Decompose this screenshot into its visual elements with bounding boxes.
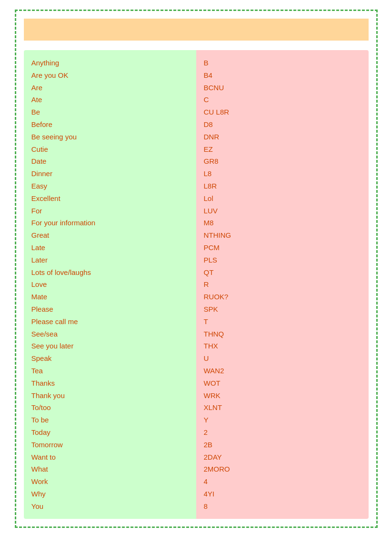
list-item: T [204,316,361,328]
list-item: 4YI [204,488,361,500]
list-item: Date [32,155,189,168]
list-item: Want to [32,451,189,463]
list-item: Lots of love/laughs [32,266,189,279]
list-item: 2DAY [204,451,361,463]
list-item: Tomorrow [32,439,189,451]
list-item: U [204,352,361,365]
list-item: Speak [32,352,189,365]
list-item: Dinner [32,168,189,180]
list-item: NTHING [204,229,361,242]
list-item: M8 [204,217,361,229]
list-item: 2B [204,439,361,451]
list-item: Today [32,426,189,439]
list-item: 4 [204,475,361,488]
list-item: Lol [204,192,361,205]
list-item: Later [32,254,189,266]
list-item: WAN2 [204,365,361,377]
list-item: EZ [204,143,361,156]
list-item: Ate [32,94,189,106]
list-item: 8 [204,500,361,513]
outer-border: AnythingAre you OKAreAteBeBeforeBe seein… [15,10,378,528]
list-item: RUOK? [204,291,361,303]
list-item: XLNT [204,401,361,414]
list-item: Why [32,488,189,500]
list-item: DNR [204,131,361,143]
list-item: See/sea [32,328,189,340]
list-item: To be [32,414,189,426]
content-area: AnythingAre you OKAreAteBeBeforeBe seein… [24,50,369,519]
list-item: Thank you [32,390,189,402]
main-content: AnythingAre you OKAreAteBeBeforeBe seein… [24,50,369,519]
list-item: GR8 [204,155,361,168]
words-column: AnythingAre you OKAreAteBeBeforeBe seein… [24,50,196,519]
list-item: 2MORO [204,463,361,475]
list-item: PCM [204,242,361,254]
list-item: B [204,57,361,69]
list-item: For your information [32,217,189,229]
header-box [24,19,369,41]
list-item: Work [32,475,189,488]
list-item: Late [32,242,189,254]
list-item: B4 [204,69,361,82]
list-item: See you later [32,340,189,352]
list-item: Please call me [32,316,189,328]
list-item: SPK [204,303,361,316]
list-item: BCNU [204,82,361,94]
list-item: Tea [32,365,189,377]
list-item: Easy [32,180,189,192]
list-item: To/too [32,401,189,414]
list-item: Are [32,82,189,94]
list-item: LUV [204,205,361,217]
list-item: Are you OK [32,69,189,82]
list-item: You [32,500,189,513]
list-item: PLS [204,254,361,266]
list-item: For [32,205,189,217]
list-item: C [204,94,361,106]
list-item: WRK [204,390,361,402]
list-item: WOT [204,377,361,390]
list-item: What [32,463,189,475]
list-item: Great [32,229,189,242]
list-item: Be [32,106,189,118]
list-item: THNQ [204,328,361,340]
list-item: Excellent [32,192,189,205]
list-item: THX [204,340,361,352]
list-item: L8R [204,180,361,192]
list-item: Y [204,414,361,426]
list-item: Thanks [32,377,189,390]
list-item: Anything [32,57,189,69]
list-item: Before [32,118,189,131]
list-item: L8 [204,168,361,180]
list-item: Cutie [32,143,189,156]
list-item: Be seeing you [32,131,189,143]
list-item: R [204,278,361,291]
list-item: QT [204,266,361,279]
list-item: Mate [32,291,189,303]
list-item: Please [32,303,189,316]
abbreviations-column: BB4BCNUCCU L8RD8DNREZGR8L8L8RLolLUVM8NTH… [196,50,369,519]
list-item: D8 [204,118,361,131]
list-item: Love [32,278,189,291]
list-item: 2 [204,426,361,439]
list-item: CU L8R [204,106,361,118]
